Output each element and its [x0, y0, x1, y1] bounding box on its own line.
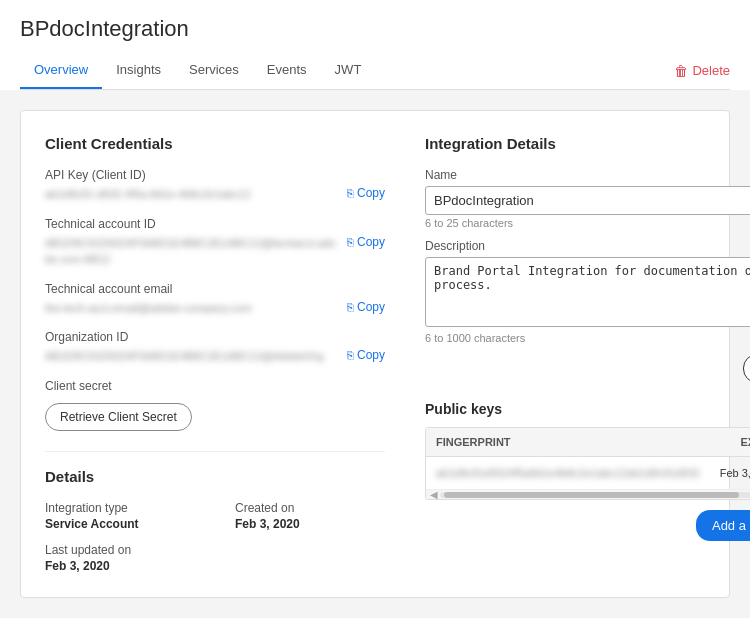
copy-technical-account-email-button[interactable]: ⎘ Copy [347, 300, 385, 314]
copy-technical-account-id-button[interactable]: ⎘ Copy [347, 235, 385, 249]
api-key-row: ab1d9c91-d932-4f5a-8d1e-4b8c2e1abc12 ⎘ C… [45, 186, 385, 203]
table-header-row: FINGERPRINT EXPIRY DATE [426, 428, 750, 457]
technical-account-id-row: AB1D9C91D9324F5A8D1E4B8C2E1ABC12@techacc… [45, 235, 385, 268]
description-textarea[interactable]: Brand Portal Integration for documentati… [425, 257, 750, 327]
delete-button[interactable]: 🗑 Delete [674, 55, 730, 87]
technical-account-email-value: the-tech-acct-email@adobe-company.com [45, 300, 339, 317]
client-credentials-title: Client Credentials [45, 135, 385, 152]
main-card: Client Credentials API Key (Client ID) a… [20, 110, 730, 598]
update-button[interactable]: Update [743, 354, 750, 383]
api-key-label: API Key (Client ID) [45, 168, 385, 182]
integration-details-title: Integration Details [425, 135, 750, 152]
table-row: ab1d9c91d9324f5a8d1e4b8c2e1abc12ab1d9c91… [426, 457, 750, 490]
last-updated-value: Feb 3, 2020 [45, 559, 385, 573]
last-updated-item: Last updated on Feb 3, 2020 [45, 543, 385, 573]
update-btn-wrap: Update [425, 354, 750, 383]
technical-account-email-row: the-tech-acct-email@adobe-company.com ⎘ … [45, 300, 385, 317]
right-column: Integration Details Name 6 to 25 charact… [425, 135, 750, 573]
client-secret-label: Client secret [45, 379, 385, 393]
scrollbar-row: ◀ ▶ [426, 489, 750, 499]
organization-id-row: AB1D9C91D9324F5A8D1E4B8C2E1ABC12@AdobeOr… [45, 348, 385, 365]
name-field-group: Name 6 to 25 characters [425, 168, 750, 229]
public-keys-section: Public keys FINGERPRINT EXPIRY DATE [425, 401, 750, 541]
scrollbar-track[interactable] [440, 492, 750, 498]
nav-tabs: Overview Insights Services Events JWT [20, 52, 375, 89]
name-label: Name [425, 168, 750, 182]
client-secret-group: Client secret Retrieve Client Secret [45, 379, 385, 431]
api-key-value: ab1d9c91-d932-4f5a-8d1e-4b8c2e1abc12 [45, 186, 339, 203]
add-public-key-button[interactable]: Add a public key [696, 510, 750, 541]
last-updated-label: Last updated on [45, 543, 385, 557]
delete-icon: 🗑 [674, 63, 688, 79]
copy-icon-technical-id: ⎘ [347, 236, 354, 248]
integration-type-label: Integration type [45, 501, 195, 515]
scrollbar-thumb [444, 492, 739, 498]
organization-id-label: Organization ID [45, 330, 385, 344]
page-title: BPdocIntegration [20, 16, 730, 42]
copy-api-key-button[interactable]: ⎘ Copy [347, 186, 385, 200]
tab-jwt[interactable]: JWT [321, 52, 376, 89]
integration-type-item: Integration type Service Account [45, 501, 195, 531]
created-on-value: Feb 3, 2020 [235, 517, 385, 531]
expiry-cell: Feb 3, 2030 [710, 457, 750, 490]
api-key-group: API Key (Client ID) ab1d9c91-d932-4f5a-8… [45, 168, 385, 203]
description-char-hint: 6 to 1000 characters [425, 332, 750, 344]
name-input[interactable] [425, 186, 750, 215]
technical-account-id-label: Technical account ID [45, 217, 385, 231]
tab-services[interactable]: Services [175, 52, 253, 89]
fingerprint-header: FINGERPRINT [426, 428, 710, 457]
tab-events[interactable]: Events [253, 52, 321, 89]
public-keys-title: Public keys [425, 401, 750, 417]
retrieve-client-secret-button[interactable]: Retrieve Client Secret [45, 403, 192, 431]
add-key-wrap: Add a public key [425, 510, 750, 541]
page-header: BPdocIntegration Overview Insights Servi… [0, 0, 750, 90]
name-char-hint: 6 to 25 characters [425, 217, 750, 229]
technical-account-email-group: Technical account email the-tech-acct-em… [45, 282, 385, 317]
integration-type-value: Service Account [45, 517, 195, 531]
copy-icon-email: ⎘ [347, 301, 354, 313]
technical-account-id-group: Technical account ID AB1D9C91D9324F5A8D1… [45, 217, 385, 268]
created-on-label: Created on [235, 501, 385, 515]
fingerprint-cell: ab1d9c91d9324f5a8d1e4b8c2e1abc12ab1d9c91… [426, 457, 710, 490]
description-label: Description [425, 239, 750, 253]
created-on-item: Created on Feb 3, 2020 [235, 501, 385, 531]
page-wrapper: BPdocIntegration Overview Insights Servi… [0, 0, 750, 619]
keys-table-wrap: FINGERPRINT EXPIRY DATE ab1d9c91d9324f5a… [425, 427, 750, 500]
copy-icon-org: ⎘ [347, 349, 354, 361]
description-field-group: Description Brand Portal Integration for… [425, 239, 750, 344]
organization-id-group: Organization ID AB1D9C91D9324F5A8D1E4B8C… [45, 330, 385, 365]
main-content: Client Credentials API Key (Client ID) a… [0, 90, 750, 618]
delete-label: Delete [692, 63, 730, 78]
technical-account-email-label: Technical account email [45, 282, 385, 296]
details-section: Details Integration type Service Account… [45, 451, 385, 573]
expiry-header: EXPIRY DATE [710, 428, 750, 457]
tab-insights[interactable]: Insights [102, 52, 175, 89]
copy-icon-api-key: ⎘ [347, 187, 354, 199]
organization-id-value: AB1D9C91D9324F5A8D1E4B8C2E1ABC12@AdobeOr… [45, 348, 339, 365]
copy-organization-id-button[interactable]: ⎘ Copy [347, 348, 385, 362]
details-grid: Integration type Service Account Created… [45, 501, 385, 531]
keys-table: FINGERPRINT EXPIRY DATE ab1d9c91d9324f5a… [426, 428, 750, 489]
left-column: Client Credentials API Key (Client ID) a… [45, 135, 385, 573]
details-title: Details [45, 468, 385, 485]
technical-account-id-value: AB1D9C91D9324F5A8D1E4B8C2E1ABC12@techacc… [45, 235, 339, 268]
fingerprint-value: ab1d9c91d9324f5a8d1e4b8c2e1abc12ab1d9c91… [436, 467, 700, 479]
nav-bar: Overview Insights Services Events JWT 🗑 … [20, 52, 730, 90]
tab-overview[interactable]: Overview [20, 52, 102, 89]
